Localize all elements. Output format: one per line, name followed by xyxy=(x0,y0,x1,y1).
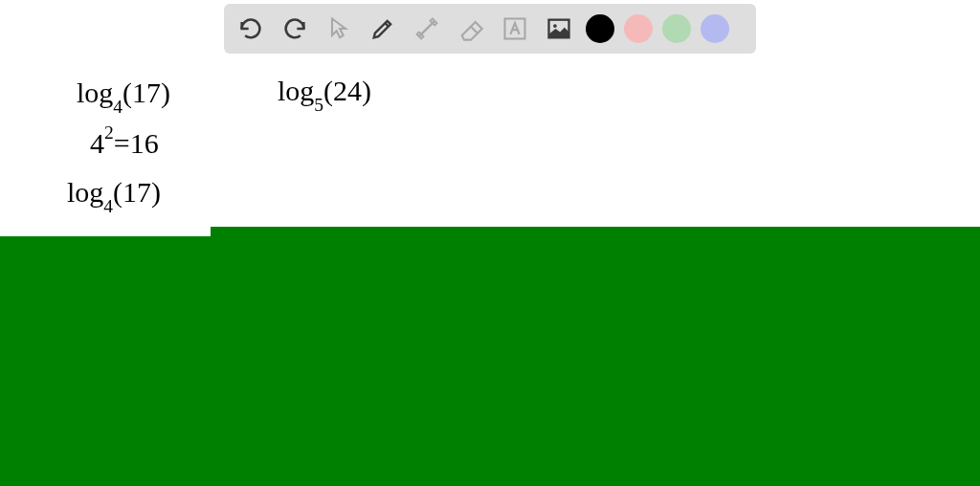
hw3-sup: 2 xyxy=(104,122,114,143)
text-button[interactable] xyxy=(498,11,532,46)
eraser-icon xyxy=(457,15,484,42)
image-button[interactable] xyxy=(542,11,576,46)
pointer-button[interactable] xyxy=(322,11,356,46)
hw3-rest: =16 xyxy=(114,127,159,159)
hw1-base: log xyxy=(77,77,113,108)
undo-icon xyxy=(237,15,264,42)
hw2-arg: (24) xyxy=(323,75,371,106)
tools-icon xyxy=(413,15,440,42)
pencil-icon xyxy=(369,15,396,42)
redo-button[interactable] xyxy=(278,11,312,46)
hw2-sub: 5 xyxy=(314,95,323,115)
color-blue[interactable] xyxy=(701,14,729,43)
hw3-base: 4 xyxy=(90,127,104,159)
hw4-arg: (17) xyxy=(113,176,161,208)
handwritten-text-1: log4(17) xyxy=(77,77,170,114)
redo-icon xyxy=(281,15,308,42)
eraser-button[interactable] xyxy=(454,11,488,46)
handwritten-text-4: log4(17) xyxy=(67,176,161,213)
handwritten-text-3: 42=16 xyxy=(90,126,159,160)
hw4-base: log xyxy=(67,176,103,208)
undo-button[interactable] xyxy=(234,11,268,46)
pencil-button[interactable] xyxy=(366,11,400,46)
text-icon xyxy=(501,15,528,42)
svg-point-2 xyxy=(553,24,557,28)
hw1-arg: (17) xyxy=(122,77,170,108)
handwritten-text-2: log5(24) xyxy=(278,75,371,112)
tools-button[interactable] xyxy=(410,11,444,46)
color-black[interactable] xyxy=(586,14,614,43)
hw1-sub: 4 xyxy=(113,97,122,117)
hw2-base: log xyxy=(278,75,314,106)
pointer-icon xyxy=(325,15,352,42)
hw4-sub: 4 xyxy=(103,196,113,216)
image-icon xyxy=(546,15,572,42)
color-green[interactable] xyxy=(662,14,691,43)
drawing-toolbar xyxy=(224,4,756,54)
color-pink[interactable] xyxy=(624,14,653,43)
white-patch xyxy=(0,227,211,236)
green-overlay xyxy=(0,227,980,486)
